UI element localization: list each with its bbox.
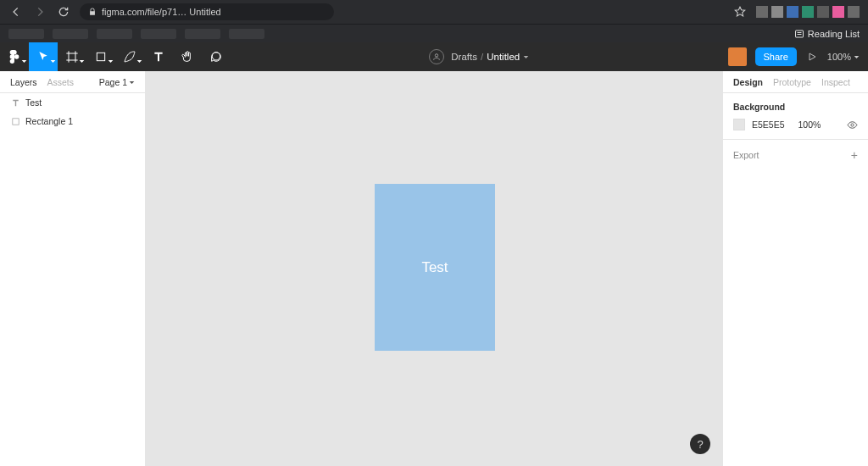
help-label: ? [697, 438, 703, 451]
bookmark-item[interactable] [97, 29, 132, 39]
help-button[interactable]: ? [690, 434, 710, 454]
user-avatar[interactable] [728, 47, 747, 66]
chevron-down-icon [129, 77, 135, 87]
left-panel: Layers Assets Page 1 Test Rectangle 1 [0, 71, 146, 466]
zoom-value: 100% [827, 52, 851, 62]
chevron-down-icon [50, 53, 56, 68]
chevron-down-icon [854, 52, 860, 62]
back-button[interactable] [8, 4, 24, 19]
svg-point-8 [212, 53, 220, 60]
url-text: figma.com/file/p71… Untitled [102, 7, 221, 17]
layer-name: Rectangle 1 [25, 116, 73, 126]
menu-button[interactable] [0, 42, 29, 71]
page-label: Page 1 [99, 77, 127, 87]
right-panel-tabs: Design Prototype Inspect [723, 71, 868, 93]
visibility-toggle-icon[interactable] [847, 119, 858, 130]
layer-row-text[interactable]: Test [0, 93, 145, 112]
user-avatar-icon [429, 49, 444, 64]
export-title: Export [733, 150, 759, 160]
bookmark-item[interactable] [8, 29, 44, 39]
tab-inspect[interactable]: Inspect [821, 77, 850, 87]
extension-icon[interactable] [756, 6, 768, 18]
bookmark-item[interactable] [229, 29, 264, 39]
lock-icon [88, 8, 97, 16]
hand-tool-button[interactable] [173, 42, 202, 71]
background-title: Background [733, 102, 858, 112]
right-panel: Design Prototype Inspect Background E5E5… [722, 71, 868, 466]
chevron-down-icon [79, 53, 85, 68]
extension-icon[interactable] [802, 6, 814, 18]
reload-button[interactable] [56, 4, 71, 19]
tab-layers[interactable]: Layers [10, 77, 37, 87]
tab-design[interactable]: Design [733, 77, 763, 87]
main-area: Layers Assets Page 1 Test Rectangle 1 Te… [0, 71, 868, 466]
svg-rect-7 [97, 53, 104, 60]
tab-assets[interactable]: Assets [47, 77, 75, 87]
left-panel-tabs: Layers Assets Page 1 [0, 71, 145, 93]
chevron-down-icon [523, 52, 529, 62]
reading-list-label: Reading List [808, 29, 860, 39]
bookmark-item[interactable] [53, 29, 88, 39]
browser-chrome: figma.com/file/p71… Untitled [0, 0, 868, 24]
present-button[interactable] [807, 52, 817, 62]
frame-tool-button[interactable] [58, 42, 86, 71]
chevron-down-icon [108, 53, 114, 68]
rectangle-shape[interactable]: Test [375, 184, 495, 351]
svg-point-11 [851, 123, 854, 125]
extension-icon[interactable] [817, 6, 829, 18]
chevron-down-icon [21, 53, 27, 68]
reading-list-button[interactable]: Reading List [794, 29, 860, 39]
canvas[interactable]: Test ? [146, 71, 722, 466]
document-title: Untitled [487, 52, 520, 62]
background-row[interactable]: E5E5E5 100% [733, 119, 858, 130]
svg-point-9 [436, 54, 438, 57]
share-button[interactable]: Share [755, 47, 797, 66]
url-bar[interactable]: figma.com/file/p71… Untitled [80, 3, 334, 20]
export-section: Export + [723, 140, 868, 170]
tab-prototype[interactable]: Prototype [773, 77, 811, 87]
drafts-label: Drafts [451, 52, 477, 62]
bookmark-star-icon[interactable] [734, 6, 746, 18]
document-title-area[interactable]: Drafts / Untitled [231, 49, 728, 64]
add-export-button[interactable]: + [851, 148, 858, 162]
extension-icon[interactable] [771, 6, 783, 18]
chevron-down-icon [136, 53, 142, 68]
svg-rect-10 [12, 118, 18, 124]
forward-button[interactable] [32, 4, 47, 19]
comment-tool-button[interactable] [202, 42, 231, 71]
canvas-text[interactable]: Test [421, 259, 448, 276]
text-layer-icon [10, 97, 20, 108]
page-selector[interactable]: Page 1 [99, 77, 135, 87]
share-label: Share [764, 52, 788, 62]
extension-icon[interactable] [848, 6, 860, 18]
bookmarks-bar: Reading List [0, 24, 868, 42]
breadcrumb-separator: / [481, 52, 483, 62]
bookmark-item[interactable] [185, 29, 220, 39]
shape-tool-button[interactable] [86, 42, 115, 71]
figma-toolbar: Drafts / Untitled Share 100% [0, 42, 868, 71]
extension-icon[interactable] [832, 6, 844, 18]
color-opacity[interactable]: 100% [798, 119, 821, 130]
background-section: Background E5E5E5 100% [723, 93, 868, 140]
zoom-control[interactable]: 100% [827, 52, 860, 62]
color-swatch[interactable] [733, 119, 745, 130]
color-hex[interactable]: E5E5E5 [752, 119, 785, 130]
move-tool-button[interactable] [29, 42, 58, 71]
layer-name: Test [25, 97, 42, 108]
extension-icon[interactable] [787, 6, 798, 18]
pen-tool-button[interactable] [115, 42, 144, 71]
frame-layer-icon [10, 116, 20, 126]
layer-row-rectangle[interactable]: Rectangle 1 [0, 112, 145, 130]
text-tool-button[interactable] [144, 42, 173, 71]
bookmark-item[interactable] [141, 29, 176, 39]
